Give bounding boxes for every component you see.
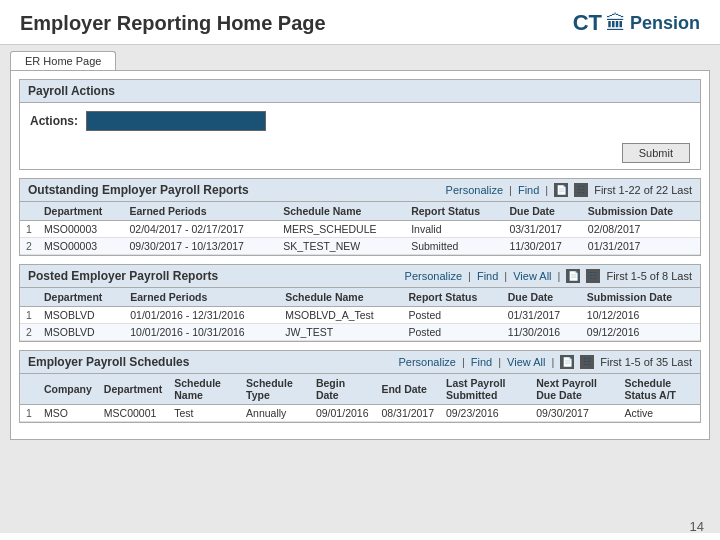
row-end: 08/31/2017	[375, 405, 440, 422]
row-num: 1	[20, 405, 38, 422]
payroll-schedules-header: Employer Payroll Schedules Personalize |…	[20, 351, 700, 374]
payroll-schedules-header-row: Company Department Schedule Name Schedul…	[20, 374, 700, 405]
row-earned: 01/01/2016 - 12/31/2016	[124, 307, 279, 324]
payroll-actions-title: Payroll Actions	[28, 84, 115, 98]
scol-schedule: Schedule Name	[168, 374, 240, 405]
sched-export-icon[interactable]: 📄	[560, 355, 574, 369]
scol-company: Company	[38, 374, 98, 405]
posted-reports-title: Posted Employer Payroll Reports	[28, 269, 218, 283]
row-dept: MSO00003	[38, 238, 124, 255]
payroll-schedules-thead: Company Department Schedule Name Schedul…	[20, 374, 700, 405]
sched-viewall-link[interactable]: View All	[507, 356, 545, 368]
row-status: Invalid	[405, 221, 503, 238]
page-number: 14	[690, 519, 704, 534]
find-link[interactable]: Find	[518, 184, 539, 196]
row-due: 11/30/2016	[502, 324, 581, 341]
payroll-schedules-table: Company Department Schedule Name Schedul…	[20, 374, 700, 422]
posted-grid-icon[interactable]: ☷	[586, 269, 600, 283]
sched-grid-icon[interactable]: ☷	[580, 355, 594, 369]
row-earned: 02/04/2017 - 02/17/2017	[124, 221, 278, 238]
posted-viewall-link[interactable]: View All	[513, 270, 551, 282]
row-dept: MSO00003	[38, 221, 124, 238]
row-submission: 09/12/2016	[581, 324, 700, 341]
pcol-submission: Submission Date	[581, 288, 700, 307]
personalize-link[interactable]: Personalize	[446, 184, 503, 196]
row-num: 1	[20, 307, 38, 324]
posted-reports-thead: Department Earned Periods Schedule Name …	[20, 288, 700, 307]
row-due: 03/31/2017	[503, 221, 581, 238]
page-title: Employer Reporting Home Page	[20, 12, 326, 35]
row-due: 11/30/2017	[503, 238, 581, 255]
row-status: Posted	[403, 324, 502, 341]
logo-ct-text: CT	[573, 10, 602, 36]
row-due: 01/31/2017	[502, 307, 581, 324]
row-last: 09/23/2016	[440, 405, 530, 422]
scol-end: End Date	[375, 374, 440, 405]
scol-begin: Begin Date	[310, 374, 376, 405]
col-earned: Earned Periods	[124, 202, 278, 221]
content-area: Payroll Actions Actions: Submit Outstand…	[10, 70, 710, 440]
submit-row: Submit	[20, 139, 700, 169]
table-row: 1 MSOBLVD 01/01/2016 - 12/31/2016 MSOBLV…	[20, 307, 700, 324]
row-num: 1	[20, 221, 38, 238]
pcol-earned: Earned Periods	[124, 288, 279, 307]
posted-reports-table: Department Earned Periods Schedule Name …	[20, 288, 700, 341]
pcol-dept: Department	[38, 288, 124, 307]
outstanding-nav-info: First 1-22 of 22 Last	[594, 184, 692, 196]
row-schedule: Test	[168, 405, 240, 422]
posted-reports-section: Posted Employer Payroll Reports Personal…	[19, 264, 701, 342]
table-row: 1 MSO00003 02/04/2017 - 02/17/2017 MERS_…	[20, 221, 700, 238]
outstanding-reports-header-row: Department Earned Periods Schedule Name …	[20, 202, 700, 221]
row-earned: 09/30/2017 - 10/13/2017	[124, 238, 278, 255]
col-num	[20, 202, 38, 221]
scol-status: Schedule Status A/T	[618, 374, 700, 405]
table-row: 2 MSO00003 09/30/2017 - 10/13/2017 SK_TE…	[20, 238, 700, 255]
posted-reports-nav: Personalize | Find | View All | 📄 ☷ Firs…	[405, 269, 692, 283]
posted-reports-header: Posted Employer Payroll Reports Personal…	[20, 265, 700, 288]
tab-er-home-page[interactable]: ER Home Page	[10, 51, 116, 70]
outstanding-reports-nav: Personalize | Find | 📄 ☷ First 1-22 of 2…	[446, 183, 692, 197]
row-earned: 10/01/2016 - 10/31/2016	[124, 324, 279, 341]
row-begin: 09/01/2016	[310, 405, 376, 422]
payroll-schedules-section: Employer Payroll Schedules Personalize |…	[19, 350, 701, 423]
pcol-schedule: Schedule Name	[279, 288, 402, 307]
row-status: Submitted	[405, 238, 503, 255]
payroll-schedules-title: Employer Payroll Schedules	[28, 355, 189, 369]
scol-last: Last Payroll Submitted	[440, 374, 530, 405]
row-schedule: MSOBLVD_A_Test	[279, 307, 402, 324]
row-company: MSO	[38, 405, 98, 422]
outstanding-reports-section: Outstanding Employer Payroll Reports Per…	[19, 178, 701, 256]
col-due: Due Date	[503, 202, 581, 221]
outstanding-reports-tbody: 1 MSO00003 02/04/2017 - 02/17/2017 MERS_…	[20, 221, 700, 255]
sched-personalize-link[interactable]: Personalize	[398, 356, 455, 368]
outstanding-reports-title: Outstanding Employer Payroll Reports	[28, 183, 249, 197]
payroll-actions-header: Payroll Actions	[20, 80, 700, 103]
export-icon[interactable]: 📄	[554, 183, 568, 197]
row-type: Annually	[240, 405, 310, 422]
actions-row: Actions:	[20, 103, 700, 139]
row-schedule: SK_TEST_NEW	[277, 238, 405, 255]
actions-label: Actions:	[30, 114, 78, 128]
actions-select[interactable]	[86, 111, 266, 131]
sched-find-link[interactable]: Find	[471, 356, 492, 368]
tab-bar: ER Home Page	[10, 51, 710, 70]
submit-button[interactable]: Submit	[622, 143, 690, 163]
payroll-schedules-tbody: 1 MSO MSC00001 Test Annually 09/01/2016 …	[20, 405, 700, 422]
posted-personalize-link[interactable]: Personalize	[405, 270, 462, 282]
outstanding-reports-table: Department Earned Periods Schedule Name …	[20, 202, 700, 255]
pcol-due: Due Date	[502, 288, 581, 307]
row-schedule: JW_TEST	[279, 324, 402, 341]
page-header: Employer Reporting Home Page CT 🏛 Pensio…	[0, 0, 720, 45]
main-content: ER Home Page Payroll Actions Actions: Su…	[0, 45, 720, 533]
scol-num	[20, 374, 38, 405]
logo-lighthouse-icon: 🏛	[606, 12, 626, 35]
posted-find-link[interactable]: Find	[477, 270, 498, 282]
outstanding-reports-header: Outstanding Employer Payroll Reports Per…	[20, 179, 700, 202]
posted-export-icon[interactable]: 📄	[566, 269, 580, 283]
row-submission: 02/08/2017	[582, 221, 700, 238]
payroll-schedules-nav: Personalize | Find | View All | 📄 ☷ Firs…	[398, 355, 692, 369]
grid-icon[interactable]: ☷	[574, 183, 588, 197]
pcol-num	[20, 288, 38, 307]
row-num: 2	[20, 324, 38, 341]
posted-reports-tbody: 1 MSOBLVD 01/01/2016 - 12/31/2016 MSOBLV…	[20, 307, 700, 341]
